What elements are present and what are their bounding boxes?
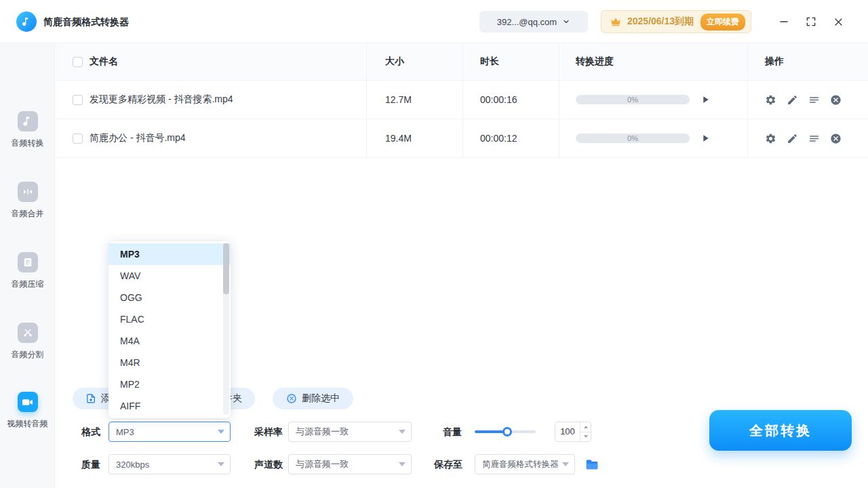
play-button[interactable] [700, 133, 711, 144]
video-camera-icon [18, 392, 38, 412]
chevron-down-icon [562, 462, 569, 466]
row-edit-button[interactable] [787, 94, 798, 106]
close-circle-icon [830, 133, 842, 144]
expiry-date: 2025/06/13到期 [627, 16, 694, 28]
sidebar-item-audio-convert[interactable]: 音频转换 [0, 111, 55, 149]
chevron-down-icon [399, 430, 406, 434]
quality-select[interactable]: 320kbps [108, 454, 231, 474]
sidebar-item-label: 视频转音频 [7, 418, 48, 430]
row-edit-button[interactable] [787, 133, 798, 144]
play-button[interactable] [700, 94, 711, 105]
close-button[interactable] [829, 12, 848, 31]
file-name-cell: 简鹿办公 - 抖音号.mp4 [55, 119, 367, 157]
app-title: 简鹿音频格式转换器 [43, 0, 129, 43]
chevron-down-icon [218, 430, 224, 434]
row-settings-button[interactable] [765, 133, 776, 144]
license-banner: 2025/06/13到期 立即续费 [601, 10, 751, 33]
quality-value: 320kbps [116, 460, 149, 470]
save-to-label: 保存至 [434, 454, 462, 474]
progress-cell: 0% [559, 81, 748, 119]
save-to-select[interactable]: 简鹿音频格式转换器 [475, 454, 575, 474]
format-select[interactable]: MP3 [108, 422, 231, 442]
dropdown-scrollbar[interactable] [223, 243, 229, 415]
row-detail-button[interactable] [808, 94, 820, 106]
row-detail-button[interactable] [808, 133, 820, 144]
volume-slider-thumb[interactable] [502, 427, 512, 436]
channels-label: 声道数 [254, 454, 283, 474]
sidebar-item-label: 音频合并 [12, 208, 44, 220]
minimize-button[interactable] [774, 12, 793, 31]
dropdown-option-ogg[interactable]: OGG [108, 287, 231, 308]
save-to-value: 简鹿音频格式转换器 [482, 459, 559, 470]
row-checkbox[interactable] [73, 134, 83, 144]
dropdown-option-wav[interactable]: WAV [108, 265, 231, 287]
sidebar-item-label: 音频转换 [12, 138, 44, 149]
chevron-down-icon [562, 18, 570, 26]
file-name: 发现更多精彩视频 - 抖音搜索.mp4 [90, 94, 233, 106]
row-settings-button[interactable] [765, 94, 776, 106]
renew-button[interactable]: 立即续费 [701, 14, 745, 30]
file-size: 19.4M [367, 119, 463, 157]
dropdown-option-aiff[interactable]: AIFF [108, 395, 231, 417]
folder-icon [585, 457, 599, 472]
progress-bar: 0% [576, 95, 690, 104]
stepper-up-button[interactable] [580, 422, 591, 432]
volume-value: 100 [555, 422, 580, 441]
volume-stepper [580, 422, 591, 441]
dropdown-option-mp3[interactable]: MP3 [108, 243, 231, 265]
menu-icon [808, 94, 820, 106]
table-row: 发现更多精彩视频 - 抖音搜索.mp4 12.7M 00:00:16 0% [55, 81, 868, 119]
app-window: 简鹿音频格式转换器 392...@qq.com 2025/06/13到期 立即续… [0, 0, 868, 488]
maximize-button[interactable] [802, 12, 821, 31]
row-delete-button[interactable] [830, 94, 842, 106]
compress-icon [18, 252, 38, 272]
dropdown-option-mp2[interactable]: MP2 [108, 373, 231, 395]
stepper-down-button[interactable] [580, 432, 591, 442]
pencil-icon [787, 94, 798, 106]
row-checkbox[interactable] [73, 95, 83, 105]
delete-selected-button[interactable]: 删除选中 [273, 388, 353, 409]
file-name: 简鹿办公 - 抖音号.mp4 [90, 132, 186, 144]
topbar: 简鹿音频格式转换器 392...@qq.com 2025/06/13到期 立即续… [0, 0, 868, 43]
sample-rate-select[interactable]: 与源音频一致 [288, 422, 412, 442]
sidebar-item-label: 音频压缩 [12, 279, 44, 290]
scrollbar-thumb[interactable] [223, 243, 229, 294]
dropdown-option-flac[interactable]: FLAC [108, 308, 231, 330]
close-icon [833, 17, 844, 27]
menu-icon [808, 133, 820, 144]
sample-rate-label: 采样率 [254, 422, 283, 442]
sidebar-item-audio-compress[interactable]: 音频压缩 [0, 252, 55, 290]
format-dropdown-menu: MP3 WAV OGG FLAC M4A M4R MP2 AIFF [108, 241, 231, 418]
sidebar-item-audio-merge[interactable]: 音频合并 [0, 182, 55, 220]
chevron-up-icon [584, 426, 588, 428]
dropdown-option-m4a[interactable]: M4A [108, 330, 231, 352]
progress-text: 0% [627, 96, 638, 104]
sidebar-item-audio-split[interactable]: 音频分割 [0, 323, 55, 361]
music-note-icon [21, 16, 32, 27]
convert-all-button[interactable]: 全部转换 [709, 410, 852, 451]
gear-icon [765, 94, 776, 106]
scissors-icon [18, 323, 38, 343]
minimize-icon [778, 16, 789, 27]
select-all-checkbox[interactable] [73, 57, 83, 67]
row-delete-button[interactable] [830, 133, 842, 144]
gear-icon [765, 133, 776, 144]
chevron-down-icon [399, 462, 406, 466]
open-folder-button[interactable] [585, 457, 599, 472]
dropdown-option-m4r[interactable]: M4R [108, 352, 231, 373]
file-size: 12.7M [367, 81, 463, 119]
crown-icon [610, 16, 622, 28]
channels-select[interactable]: 与源音频一致 [288, 454, 412, 474]
fullscreen-icon [806, 16, 816, 27]
sidebar-item-video-to-audio[interactable]: 视频转音频 [0, 392, 55, 430]
progress-text: 0% [627, 134, 638, 142]
actions-cell [748, 81, 868, 119]
close-circle-icon [830, 94, 842, 106]
account-dropdown[interactable]: 392...@qq.com [479, 11, 588, 33]
file-duration: 00:00:16 [463, 81, 559, 119]
volume-input[interactable]: 100 [555, 422, 591, 442]
format-value: MP3 [116, 427, 134, 437]
header-filename: 文件名 [55, 43, 367, 80]
chevron-down-icon [218, 462, 224, 466]
delete-selected-label: 删除选中 [302, 392, 340, 405]
